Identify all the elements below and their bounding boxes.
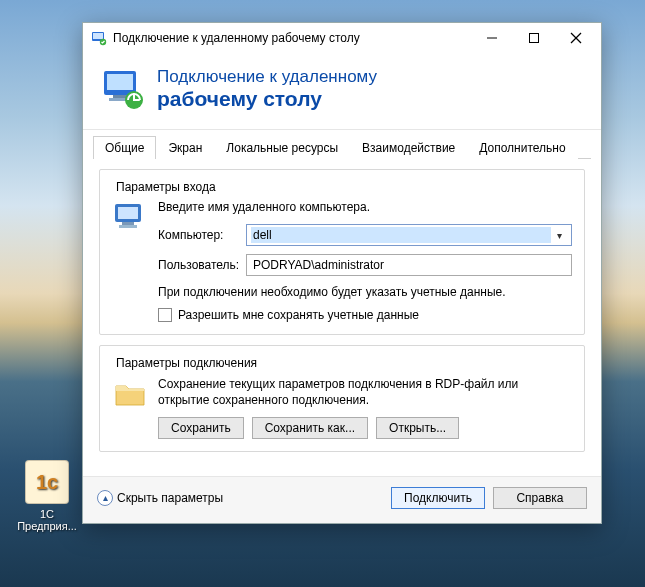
tab-local-resources[interactable]: Локальные ресурсы <box>214 136 350 159</box>
close-button[interactable] <box>555 24 597 52</box>
svg-rect-8 <box>107 74 133 90</box>
credentials-note: При подключении необходимо будет указать… <box>158 284 572 300</box>
window-controls <box>471 24 597 52</box>
header-banner: Подключение к удаленному рабочему столу <box>83 53 601 130</box>
login-settings-group: Параметры входа Введите имя удаленного к… <box>99 169 585 335</box>
login-settings-legend: Параметры входа <box>112 180 220 194</box>
user-label: Пользователь: <box>158 258 246 272</box>
connection-settings-legend: Параметры подключения <box>112 356 261 370</box>
save-button[interactable]: Сохранить <box>158 417 244 439</box>
svg-rect-14 <box>122 222 134 225</box>
banner-title-line1: Подключение к удаленному <box>157 67 377 87</box>
connection-settings-group: Параметры подключения Сохранение текущих… <box>99 345 585 451</box>
app-1c-icon: 1c <box>25 460 69 504</box>
svg-rect-1 <box>93 33 103 39</box>
titlebar[interactable]: Подключение к удаленному рабочему столу <box>83 23 601 53</box>
svg-rect-13 <box>118 207 138 219</box>
desktop-shortcut-label-1: 1C <box>12 508 82 520</box>
computer-combobox[interactable]: dell ▾ <box>246 224 572 246</box>
open-button[interactable]: Открыть... <box>376 417 459 439</box>
desktop-shortcut-label-2: Предприя... <box>12 520 82 532</box>
tab-experience[interactable]: Взаимодействие <box>350 136 467 159</box>
connect-button[interactable]: Подключить <box>391 487 485 509</box>
hide-options-label: Скрыть параметры <box>117 491 223 505</box>
banner-title-line2: рабочему столу <box>157 87 377 111</box>
save-as-button[interactable]: Сохранить как... <box>252 417 368 439</box>
desktop-shortcut-1c[interactable]: 1c 1C Предприя... <box>12 460 82 532</box>
window-title: Подключение к удаленному рабочему столу <box>113 31 471 45</box>
tab-general[interactable]: Общие <box>93 136 156 159</box>
tabstrip: Общие Экран Локальные ресурсы Взаимодейс… <box>93 136 591 159</box>
save-credentials-checkbox[interactable] <box>158 308 172 322</box>
save-credentials-label: Разрешить мне сохранять учетные данные <box>178 308 419 322</box>
minimize-button[interactable] <box>471 24 513 52</box>
login-intro-text: Введите имя удаленного компьютера. <box>158 200 572 214</box>
maximize-button[interactable] <box>513 24 555 52</box>
tab-display[interactable]: Экран <box>156 136 214 159</box>
computer-icon <box>112 200 150 322</box>
folder-icon <box>112 376 150 438</box>
chevron-down-icon[interactable]: ▾ <box>551 230 567 241</box>
footer-bar: ▴ Скрыть параметры Подключить Справка <box>83 476 601 523</box>
chevron-up-icon: ▴ <box>97 490 113 506</box>
tab-advanced[interactable]: Дополнительно <box>467 136 577 159</box>
computer-label: Компьютер: <box>158 228 246 242</box>
hide-options-link[interactable]: ▴ Скрыть параметры <box>97 490 223 506</box>
svg-rect-9 <box>113 95 127 98</box>
rdp-banner-icon <box>101 67 145 111</box>
svg-rect-4 <box>530 34 539 43</box>
rdp-dialog-window: Подключение к удаленному рабочему столу <box>82 22 602 524</box>
computer-value: dell <box>251 227 551 243</box>
svg-rect-15 <box>119 225 137 228</box>
rdp-app-icon <box>91 30 107 46</box>
connection-note: Сохранение текущих параметров подключени… <box>158 376 572 408</box>
user-input[interactable] <box>246 254 572 276</box>
help-button[interactable]: Справка <box>493 487 587 509</box>
